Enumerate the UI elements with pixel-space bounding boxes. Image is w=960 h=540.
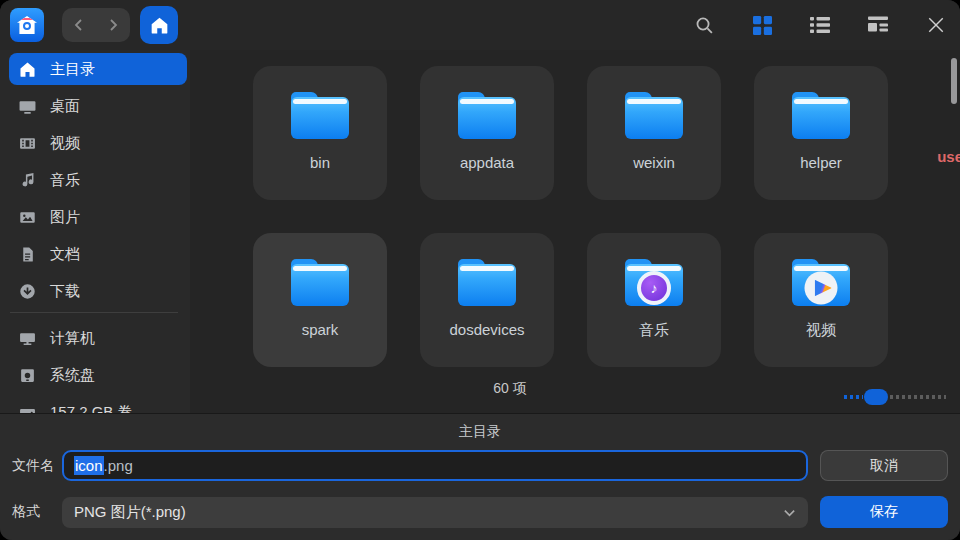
sidebar-item-downloads[interactable]: 下载 (9, 275, 187, 307)
folder-icon (291, 259, 349, 306)
list-view-icon (810, 15, 830, 35)
home-icon (150, 16, 169, 35)
app-logo-icon (10, 8, 44, 42)
folder-tile[interactable]: dosdevices (420, 233, 554, 367)
folder-tile[interactable]: bin (253, 66, 387, 200)
icon-size-slider[interactable] (844, 389, 946, 405)
list-view-button[interactable] (808, 13, 832, 37)
grid-view-button[interactable] (750, 13, 774, 37)
sidebar-item-videos[interactable]: 视频 (9, 127, 187, 159)
folder-name: weixin (633, 154, 675, 171)
sidebar-item-desktop[interactable]: 桌面 (9, 90, 187, 122)
file-grid-area: bin appdata weixin helper spark (190, 50, 960, 413)
titlebar (0, 0, 960, 50)
home-button[interactable] (140, 6, 178, 44)
save-button[interactable]: 保存 (820, 496, 948, 528)
folder-tile[interactable]: helper (754, 66, 888, 200)
cancel-button[interactable]: 取消 (820, 450, 948, 481)
file-manager-logo (17, 16, 37, 34)
slider-track-filled (844, 395, 863, 399)
close-button[interactable] (924, 13, 948, 37)
folder-icon (291, 92, 349, 139)
folder-icon (458, 92, 516, 139)
volume-icon (19, 404, 36, 414)
sidebar-list: 主目录 桌面 视频 音乐 图片 文档 下载 计算机 系统盘 157.2 GB 卷 (0, 53, 190, 413)
desktop-icon (19, 98, 36, 115)
folder-icon (625, 92, 683, 139)
sidebar-item-system-disk[interactable]: 系统盘 (9, 359, 187, 391)
search-button[interactable] (692, 13, 716, 37)
sidebar-item-documents[interactable]: 文档 (9, 238, 187, 270)
sidebar-item-volume[interactable]: 157.2 GB 卷 (9, 396, 187, 413)
folder-name: spark (302, 321, 339, 338)
sidebar-item-pictures[interactable]: 图片 (9, 201, 187, 233)
save-panel: 主目录 文件名 icon.png 取消 格式 PNG 图片(*.png) 保存 (0, 413, 960, 540)
system-disk-icon (19, 367, 36, 384)
item-count: 60 项 (493, 380, 526, 398)
play-badge-icon (805, 272, 838, 305)
folder-name: helper (800, 154, 842, 171)
downloads-icon (19, 283, 36, 300)
pictures-icon (19, 209, 36, 226)
file-save-dialog: 主目录 桌面 视频 音乐 图片 文档 下载 计算机 系统盘 157.2 GB 卷 (0, 0, 960, 540)
format-value: PNG 图片(*.png) (74, 503, 186, 522)
search-icon (694, 15, 715, 36)
filename-label: 文件名 (12, 457, 62, 475)
filename-input[interactable]: icon.png (62, 450, 808, 481)
forward-button[interactable] (101, 13, 125, 37)
sidebar-item-computer[interactable]: 计算机 (9, 322, 187, 354)
folder-icon (792, 92, 850, 139)
slider-handle[interactable] (864, 389, 888, 405)
folder-tile[interactable]: spark (253, 233, 387, 367)
filename-selected-text: icon (74, 456, 104, 475)
folder-tile[interactable]: weixin (587, 66, 721, 200)
current-location: 主目录 (0, 414, 960, 443)
chevron-right-icon (106, 18, 120, 32)
documents-icon (19, 246, 36, 263)
home-icon (19, 61, 36, 78)
slider-track-empty (890, 395, 946, 399)
detail-view-icon (868, 15, 888, 35)
computer-icon (19, 330, 36, 347)
folder-name: dosdevices (449, 321, 524, 338)
clipped-filename-text: use (937, 148, 960, 165)
grid-view-icon (753, 16, 772, 35)
format-label: 格式 (12, 503, 62, 521)
sidebar-item-music[interactable]: 音乐 (9, 164, 187, 196)
sidebar-item-home[interactable]: 主目录 (9, 53, 187, 85)
folder-grid: bin appdata weixin helper spark (253, 66, 888, 367)
folder-icon (458, 259, 516, 306)
main-body: 主目录 桌面 视频 音乐 图片 文档 下载 计算机 系统盘 157.2 GB 卷 (0, 50, 960, 413)
videos-icon (19, 135, 36, 152)
nav-group (62, 8, 130, 42)
format-select[interactable]: PNG 图片(*.png) (62, 497, 808, 528)
close-icon (927, 16, 945, 34)
music-icon (19, 172, 36, 189)
folder-name: appdata (460, 154, 514, 171)
folder-tile[interactable]: 音乐 (587, 233, 721, 367)
folder-name: 视频 (806, 321, 836, 340)
music-note-badge-icon (637, 271, 671, 305)
sidebar-separator (10, 312, 178, 313)
detail-view-button[interactable] (866, 13, 890, 37)
scrollbar-thumb[interactable] (951, 58, 957, 104)
titlebar-actions (692, 0, 948, 50)
folder-tile[interactable]: appdata (420, 66, 554, 200)
filename-extension-text: .png (104, 457, 133, 474)
folder-tile[interactable]: 视频 (754, 233, 888, 367)
chevron-down-icon (783, 506, 796, 519)
sidebar: 主目录 桌面 视频 音乐 图片 文档 下载 计算机 系统盘 157.2 GB 卷 (0, 50, 190, 413)
back-button[interactable] (67, 13, 91, 37)
folder-icon (625, 259, 683, 306)
folder-name: bin (310, 154, 330, 171)
folder-icon (792, 259, 850, 306)
chevron-left-icon (72, 18, 86, 32)
folder-name: 音乐 (639, 321, 669, 340)
